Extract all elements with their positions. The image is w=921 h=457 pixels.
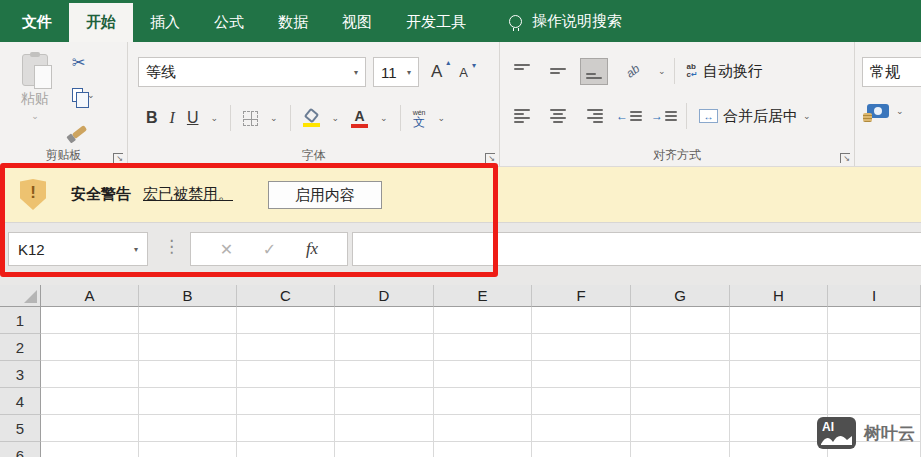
font-dialog-launcher-icon[interactable]: ↘ — [485, 153, 495, 163]
cell-H6[interactable] — [730, 442, 828, 457]
cell-C2[interactable] — [237, 334, 335, 361]
cell-A2[interactable] — [41, 334, 139, 361]
number-format-combobox[interactable]: 常规 — [862, 57, 921, 87]
cell-A5[interactable] — [41, 415, 139, 442]
font-color-chevron-icon[interactable]: ⌄ — [380, 114, 388, 123]
cell-I1[interactable] — [828, 307, 921, 334]
decrease-font-size-button[interactable]: A ▾ — [454, 63, 473, 82]
column-header-H[interactable]: H — [730, 285, 828, 307]
phonetic-chevron-icon[interactable]: ⌄ — [437, 114, 445, 123]
cell-A3[interactable] — [41, 361, 139, 388]
row-header-5[interactable]: 5 — [0, 415, 41, 442]
middle-align-button[interactable] — [544, 58, 572, 85]
borders-icon[interactable] — [243, 111, 258, 126]
cut-button[interactable]: ✂ — [72, 50, 95, 74]
borders-chevron-icon[interactable]: ⌄ — [270, 114, 278, 123]
cell-G1[interactable] — [631, 307, 730, 334]
cell-E5[interactable] — [434, 415, 532, 442]
increase-indent-button[interactable]: → — [651, 109, 678, 123]
column-header-G[interactable]: G — [631, 285, 730, 307]
formula-input[interactable] — [352, 232, 921, 266]
cell-H1[interactable] — [730, 307, 828, 334]
cell-I3[interactable] — [828, 361, 921, 388]
column-header-A[interactable]: A — [41, 285, 139, 307]
cell-G6[interactable] — [631, 442, 730, 457]
format-painter-button[interactable] — [72, 116, 95, 140]
tab-developer[interactable]: 开发工具 — [389, 3, 483, 42]
cell-D3[interactable] — [335, 361, 434, 388]
merge-center-button[interactable]: ↔ 合并后居中 ⌄ — [699, 107, 811, 126]
tab-formulas[interactable]: 公式 — [197, 3, 261, 42]
cell-H4[interactable] — [730, 388, 828, 415]
formula-bar-resize-handle[interactable]: ⋮ — [163, 236, 180, 257]
align-right-button[interactable] — [580, 103, 608, 130]
tab-home[interactable]: 开始 — [69, 3, 133, 42]
cell-C5[interactable] — [237, 415, 335, 442]
underline-chevron-icon[interactable]: ⌄ — [210, 114, 218, 123]
cell-F1[interactable] — [532, 307, 631, 334]
column-header-B[interactable]: B — [139, 285, 237, 307]
column-header-C[interactable]: C — [237, 285, 335, 307]
insert-function-icon[interactable]: fx — [306, 239, 318, 259]
cell-F5[interactable] — [532, 415, 631, 442]
row-header-3[interactable]: 3 — [0, 361, 41, 388]
cell-D4[interactable] — [335, 388, 434, 415]
cell-F6[interactable] — [532, 442, 631, 457]
cell-F2[interactable] — [532, 334, 631, 361]
cell-B3[interactable] — [139, 361, 237, 388]
cell-E2[interactable] — [434, 334, 532, 361]
underline-button[interactable]: U — [187, 109, 199, 127]
cell-E1[interactable] — [434, 307, 532, 334]
cell-B2[interactable] — [139, 334, 237, 361]
font-color-button[interactable]: A — [351, 109, 368, 128]
cell-D1[interactable] — [335, 307, 434, 334]
fill-color-button[interactable] — [303, 109, 320, 127]
enter-icon[interactable]: ✓ — [263, 240, 276, 259]
cell-G2[interactable] — [631, 334, 730, 361]
paste-button[interactable]: 粘贴 ⌄ — [10, 54, 60, 140]
select-all-corner[interactable] — [0, 285, 41, 307]
cell-A6[interactable] — [41, 442, 139, 457]
enable-content-button[interactable]: 启用内容 — [268, 181, 382, 209]
name-box[interactable]: K12 ▾ — [8, 232, 148, 266]
row-header-2[interactable]: 2 — [0, 334, 41, 361]
orientation-chevron-icon[interactable]: ⌄ — [658, 67, 666, 76]
cell-D6[interactable] — [335, 442, 434, 457]
macros-disabled-link[interactable]: 宏已被禁用。 — [143, 185, 233, 204]
accounting-format-button[interactable]: ⌄ — [867, 104, 904, 118]
cell-H3[interactable] — [730, 361, 828, 388]
cell-E6[interactable] — [434, 442, 532, 457]
tab-file[interactable]: 文件 — [5, 3, 69, 42]
alignment-dialog-launcher-icon[interactable]: ↘ — [840, 153, 850, 163]
wrap-text-button[interactable]: ab c↵ 自动换行 — [687, 62, 763, 81]
column-header-F[interactable]: F — [532, 285, 631, 307]
cell-D2[interactable] — [335, 334, 434, 361]
font-size-combobox[interactable]: 11 ▾ — [373, 57, 419, 87]
cell-E3[interactable] — [434, 361, 532, 388]
decrease-indent-button[interactable]: ← — [616, 109, 643, 123]
cell-G5[interactable] — [631, 415, 730, 442]
italic-button[interactable]: I — [170, 109, 175, 127]
top-align-button[interactable] — [508, 58, 536, 85]
cell-C4[interactable] — [237, 388, 335, 415]
cell-A4[interactable] — [41, 388, 139, 415]
phonetic-guide-button[interactable]: wén 文 — [413, 109, 426, 128]
cell-B1[interactable] — [139, 307, 237, 334]
tab-insert[interactable]: 插入 — [133, 3, 197, 42]
cell-G3[interactable] — [631, 361, 730, 388]
column-header-D[interactable]: D — [335, 285, 434, 307]
row-header-4[interactable]: 4 — [0, 388, 41, 415]
column-header-I[interactable]: I — [828, 285, 921, 307]
cell-H2[interactable] — [730, 334, 828, 361]
cell-B4[interactable] — [139, 388, 237, 415]
cell-C6[interactable] — [237, 442, 335, 457]
cell-G4[interactable] — [631, 388, 730, 415]
cell-A1[interactable] — [41, 307, 139, 334]
cell-H5[interactable] — [730, 415, 828, 442]
cancel-icon[interactable]: ✕ — [220, 240, 233, 259]
merge-chevron-icon[interactable]: ⌄ — [803, 112, 811, 121]
align-center-button[interactable] — [544, 103, 572, 130]
cell-I2[interactable] — [828, 334, 921, 361]
cell-C1[interactable] — [237, 307, 335, 334]
increase-font-size-button[interactable]: A ▴ — [426, 60, 447, 84]
